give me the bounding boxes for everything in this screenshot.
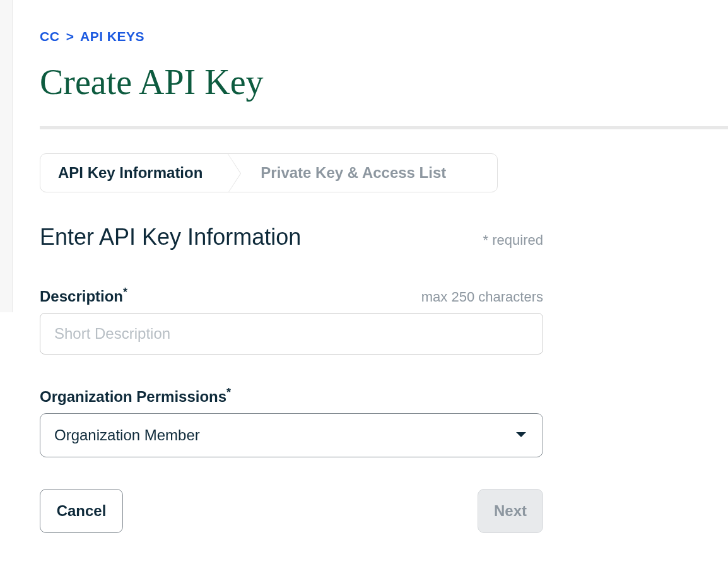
divider xyxy=(40,126,728,129)
step-indicator: API Key Information Private Key & Access… xyxy=(40,153,498,192)
step-label: API Key Information xyxy=(58,164,203,182)
page-title: Create API Key xyxy=(40,62,728,102)
section-header: Enter API Key Information * required xyxy=(40,224,543,250)
description-input[interactable] xyxy=(40,313,543,355)
breadcrumb-link-api-keys[interactable]: API KEYS xyxy=(80,29,144,44)
description-hint: max 250 characters xyxy=(421,289,543,305)
field-description: Description* max 250 characters xyxy=(40,286,543,355)
button-row: Cancel Next xyxy=(40,489,543,533)
required-hint: * required xyxy=(483,232,543,249)
label-text: Organization Permissions xyxy=(40,388,226,405)
breadcrumb-separator: > xyxy=(66,29,74,44)
required-asterisk: * xyxy=(123,286,127,298)
description-label: Description* xyxy=(40,286,127,305)
permissions-select[interactable]: Organization Member xyxy=(40,413,543,457)
cancel-button[interactable]: Cancel xyxy=(40,489,123,533)
left-sidebar-edge xyxy=(0,0,13,312)
breadcrumb-link-cc[interactable]: CC xyxy=(40,29,59,44)
permissions-label: Organization Permissions* xyxy=(40,386,231,406)
step-api-key-information[interactable]: API Key Information xyxy=(40,154,228,192)
main-content: CC > API KEYS Create API Key API Key Inf… xyxy=(0,0,728,533)
next-button[interactable]: Next xyxy=(478,489,543,533)
field-permissions: Organization Permissions* Organization M… xyxy=(40,386,543,457)
required-asterisk: * xyxy=(226,386,231,399)
breadcrumb: CC > API KEYS xyxy=(40,29,728,44)
label-text: Description xyxy=(40,288,123,305)
section-title: Enter API Key Information xyxy=(40,224,301,250)
step-private-key-access-list: Private Key & Access List xyxy=(228,154,464,192)
step-label: Private Key & Access List xyxy=(261,164,446,182)
